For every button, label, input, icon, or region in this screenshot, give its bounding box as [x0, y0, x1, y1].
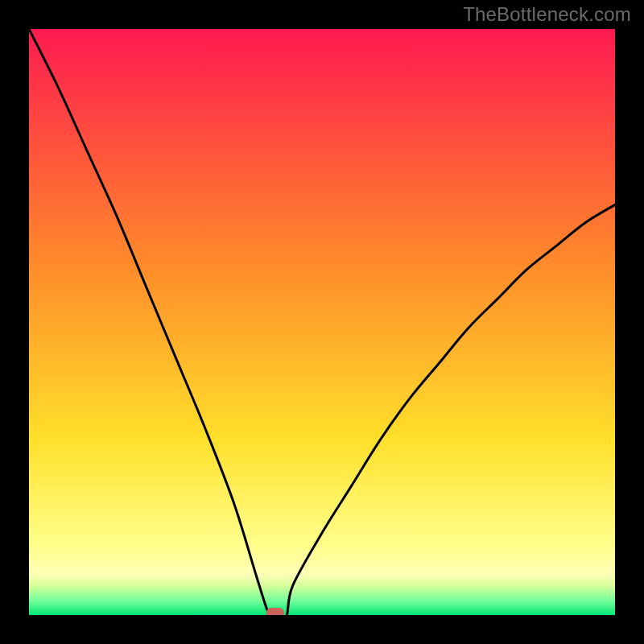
chart-svg	[29, 29, 615, 615]
chart-frame: TheBottleneck.com	[0, 0, 644, 644]
plot-area	[29, 29, 615, 615]
chart-background	[29, 29, 615, 615]
watermark-text: TheBottleneck.com	[463, 3, 631, 26]
min-marker	[266, 608, 284, 615]
